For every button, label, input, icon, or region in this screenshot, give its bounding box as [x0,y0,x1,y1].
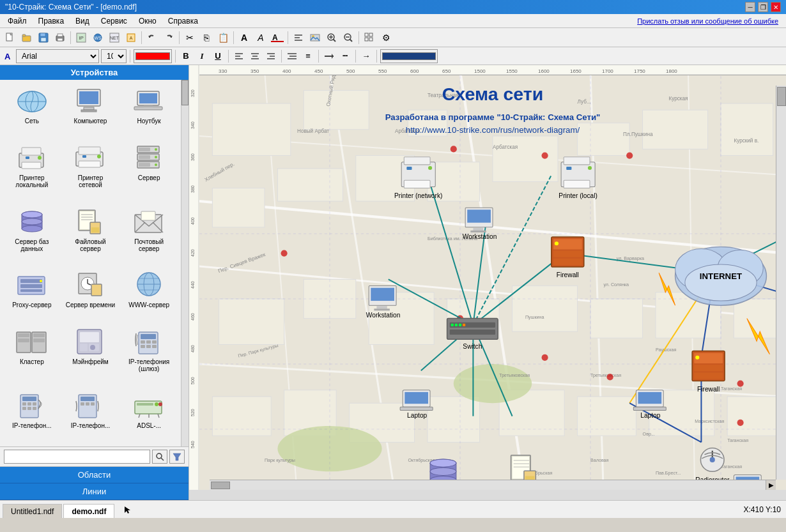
svg-text:400: 400 [282,68,291,74]
cursor-icon [123,505,132,514]
device-ip-phone-gw[interactable]: IP-телефония (шлюз) [121,324,177,386]
device-computer[interactable]: Компьютер [63,84,119,138]
cut-button[interactable]: ✂ [182,30,197,45]
import-button[interactable]: IP [73,30,89,45]
settings-button[interactable]: ⚙ [378,30,394,45]
sidebar-scrollbar[interactable] [181,80,189,446]
line-style-button[interactable] [322,49,336,63]
areas-button[interactable]: Области [0,467,189,483]
italic-button[interactable]: A [253,30,268,45]
tab-demo[interactable]: demo.ndf [63,504,114,518]
menu-help[interactable]: Справка [163,15,203,27]
svg-text:500: 500 [346,68,355,74]
svg-rect-118 [33,333,45,337]
svg-point-332 [555,241,559,245]
svg-rect-205 [578,123,630,156]
close-button[interactable]: ✕ [771,2,781,12]
align-center-button[interactable] [248,49,262,63]
device-mail-server[interactable]: Почтовый сервер [121,204,177,266]
redo-button[interactable] [161,30,176,45]
horizontal-scrollbar[interactable]: ▶ [210,480,776,490]
indent-button[interactable] [285,49,299,63]
bold-fmt-button[interactable]: B [179,49,193,63]
button4[interactable]: A [123,30,139,45]
zoom-in[interactable] [324,30,339,45]
menu-window[interactable]: Окно [134,15,162,27]
canvas-area[interactable]: // Will be generated by JS below 330 350… [189,65,786,500]
align-left-button[interactable] [232,49,246,63]
minimize-button[interactable]: ─ [745,2,755,12]
separator-4 [233,31,234,44]
device-printer-network[interactable]: Принтер сетевой [63,141,119,202]
device-cluster[interactable]: Кластер [4,324,60,386]
bold-button[interactable]: A [236,30,252,45]
diagram-canvas[interactable]: Хлебный пер. Пер. Сивцев Вражек Пер. Пар… [199,75,786,490]
zoom-out[interactable] [341,30,356,45]
arrow-button[interactable]: → [359,49,373,63]
lines-button[interactable]: Линии [0,483,189,500]
svg-text:Схема сети: Схема сети [442,84,544,104]
search-input[interactable] [4,450,150,464]
menu-file[interactable]: Файл [3,15,32,27]
device-file-server[interactable]: Файловый сервер [63,204,119,266]
align-left[interactable] [291,30,306,45]
font-color-picker[interactable] [134,49,172,63]
new-button[interactable] [3,30,18,45]
svg-text:440: 440 [190,281,195,289]
device-www-server[interactable]: WWW-сервер [121,268,177,322]
outdent-button[interactable]: ≡ [301,49,315,63]
save-button[interactable] [36,30,51,45]
network-scan[interactable]: NET [107,30,122,45]
line-type-button[interactable]: ╌ [338,49,352,63]
feedback-link[interactable]: Прислать отзыв или сообщение об ошибке [637,17,783,25]
menu-items: Файл Правка Вид Сервис Окно Справка [3,15,203,27]
tab-untitled[interactable]: Untitled1.ndf [3,504,62,518]
svg-rect-139 [27,407,31,410]
server-icon [132,144,166,173]
svg-text:Пушкина: Пушкина [525,315,544,320]
device-ip-phone3[interactable]: IP-телефон... [63,388,119,443]
device-proxy[interactable]: Proxy-сервер [4,268,60,322]
device-adsl[interactable]: ADSL-... [121,388,177,443]
device-laptop[interactable]: Ноутбук [121,84,177,138]
svg-line-150 [139,414,140,418]
device-printer-local[interactable]: Принтер локальный [4,141,60,202]
italic-fmt-button[interactable]: I [195,49,209,63]
svg-text:1800: 1800 [666,68,677,74]
svg-rect-34 [365,33,368,36]
line-color-picker[interactable] [380,49,438,63]
svg-rect-198 [304,91,369,130]
text-button[interactable]: A [270,30,285,45]
device-network[interactable]: Сеть [4,84,60,138]
device-db-server[interactable]: Сервер баз данных [4,204,60,266]
export-button[interactable]: WS [90,30,105,45]
underline-fmt-button[interactable]: U [211,49,225,63]
open-button[interactable] [19,30,35,45]
menu-service[interactable]: Сервис [96,15,132,27]
align-right-button[interactable] [264,49,278,63]
svg-rect-131 [146,345,151,348]
svg-rect-337 [451,324,454,326]
vertical-scrollbar[interactable] [776,86,786,480]
paste-button[interactable]: 📋 [215,30,231,45]
grid-button[interactable] [362,30,377,45]
restore-button[interactable]: ❐ [758,2,768,12]
device-mainframe[interactable]: Мэйнфрейм [63,324,119,386]
menu-edit[interactable]: Правка [33,15,70,27]
undo-button[interactable] [144,30,160,45]
svg-point-153 [157,453,162,459]
insert-image[interactable] [307,30,323,45]
device-ip-phone2[interactable]: IP-телефон... [4,388,60,443]
svg-rect-204 [493,136,558,181]
svg-point-87 [22,211,42,218]
font-name-select[interactable]: Arial Times New Roman Courier New [16,49,99,63]
device-time-server[interactable]: Сервер времени [63,268,119,322]
filter-button[interactable] [169,450,185,464]
svg-text:340: 340 [190,121,195,129]
print-button[interactable] [52,30,68,45]
device-server[interactable]: Сервер [121,141,177,202]
copy-button[interactable]: ⎘ [199,30,214,45]
search-button[interactable] [152,450,167,464]
menu-view[interactable]: Вид [70,15,95,27]
font-size-select[interactable]: 8 9 10 11 12 14 16 [101,49,127,63]
